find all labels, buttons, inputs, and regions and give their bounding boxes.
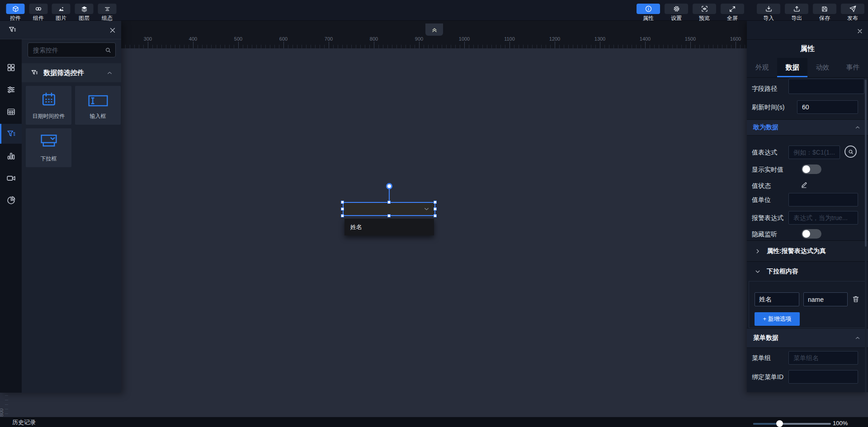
- section-data-filter-widgets[interactable]: 数据筛选控件: [22, 63, 121, 82]
- toolbar-button-components[interactable]: 组件: [27, 0, 50, 21]
- widget-card-datetime[interactable]: 日期时间控件: [26, 86, 71, 125]
- toolbar-button-properties[interactable]: 属性: [637, 0, 660, 21]
- widget-anchor-handle[interactable]: [386, 183, 392, 189]
- image-icon: [52, 4, 71, 14]
- bottom-bar: 历史记录 100%: [0, 417, 868, 427]
- toolbar-button-layers[interactable]: 图层: [72, 0, 96, 21]
- close-icon[interactable]: [108, 26, 117, 34]
- tab-data[interactable]: 数据: [777, 58, 807, 77]
- widget-card-label: 输入框: [75, 113, 121, 120]
- alarm-expression-label: 报警表达式: [752, 214, 783, 222]
- close-icon[interactable]: [856, 28, 863, 35]
- toolbar-button-save[interactable]: 保存: [813, 0, 836, 21]
- menu-group-label: 菜单组: [752, 354, 771, 362]
- show-realtime-label: 显示实时值: [752, 166, 783, 174]
- hide-listener-toggle[interactable]: [802, 229, 821, 239]
- resize-handle-ne[interactable]: [434, 201, 437, 204]
- preview-icon: [693, 4, 716, 14]
- resize-handle-e[interactable]: [434, 207, 437, 211]
- tab-events[interactable]: 事件: [838, 58, 868, 77]
- ruler-label: 400: [189, 36, 197, 42]
- rail-item-table[interactable]: [0, 102, 22, 122]
- canvas[interactable]: 3004005006007008009001000110012001300140…: [0, 21, 868, 427]
- canvas-dropdown-widget[interactable]: [344, 203, 434, 215]
- history-button[interactable]: 历史记录: [12, 418, 36, 427]
- tab-appearance[interactable]: 外观: [747, 58, 777, 77]
- tab-animation[interactable]: 动效: [807, 58, 838, 77]
- ruler-label: 1100: [504, 36, 515, 42]
- chevron-right-icon: [755, 248, 761, 254]
- refresh-time-input[interactable]: [797, 100, 858, 114]
- resize-handle-s[interactable]: [387, 214, 391, 217]
- value-unit-label: 值单位: [752, 196, 771, 204]
- layers-icon: [75, 4, 94, 14]
- toolbar-button-publish[interactable]: 发布: [841, 0, 864, 21]
- resize-handle-n[interactable]: [387, 201, 391, 204]
- vertical-ruler-label: 800: [0, 408, 4, 417]
- resize-handle-se[interactable]: [434, 214, 437, 217]
- zoom-slider-knob[interactable]: [776, 420, 783, 427]
- show-realtime-toggle[interactable]: [802, 164, 821, 174]
- refresh-time-label: 刷新时间(s): [752, 103, 784, 112]
- menu-group-input[interactable]: [788, 351, 858, 365]
- option-name-input[interactable]: [755, 292, 799, 306]
- expression-search-button[interactable]: [844, 145, 857, 158]
- toolbar-button-widgets[interactable]: 控件: [4, 0, 27, 21]
- dropdown-option-item[interactable]: 姓名: [344, 219, 434, 235]
- scrollbar-thumb[interactable]: [865, 80, 867, 247]
- search-input[interactable]: [28, 43, 115, 57]
- add-option-button[interactable]: + 新增选项: [755, 312, 800, 326]
- dropdown-icon: [40, 134, 58, 150]
- rail-item-video[interactable]: [0, 168, 22, 188]
- resize-handle-w[interactable]: [341, 207, 344, 211]
- top-toolbar: 控件 组件 图片 图层 组态 属性 设置: [0, 0, 868, 21]
- section-title: 菜单数据: [753, 334, 778, 342]
- bind-menu-id-input[interactable]: [788, 370, 858, 384]
- widget-search: [28, 42, 116, 57]
- widget-card-label: 下拉框: [26, 155, 71, 163]
- rail-item-bar-chart[interactable]: [0, 146, 22, 166]
- toolbar-button-preview[interactable]: 预览: [693, 0, 716, 21]
- collapse-canvas-toolbar-button[interactable]: [425, 23, 443, 36]
- ruler-label: 1500: [685, 36, 696, 42]
- section-menu-data[interactable]: 菜单数据: [747, 328, 868, 348]
- widget-library-drawer: 数据筛选控件 日期时间控件 输入框 下拉框: [0, 21, 121, 393]
- toolbar-button-export[interactable]: 导出: [785, 0, 808, 21]
- trash-icon[interactable]: [852, 295, 860, 303]
- alarm-expression-input[interactable]: [788, 211, 858, 225]
- rail-item-filter[interactable]: [0, 124, 22, 144]
- ruler-label: 1300: [594, 36, 605, 42]
- value-expression-input[interactable]: [788, 145, 840, 159]
- save-icon: [813, 4, 836, 14]
- field-path-input[interactable]: [788, 79, 864, 94]
- widget-card-dropdown[interactable]: 下拉框: [26, 128, 71, 167]
- toolbar-button-fullscreen[interactable]: 全屏: [721, 0, 744, 21]
- rail-item-grid[interactable]: [0, 57, 22, 77]
- resize-handle-sw[interactable]: [341, 214, 344, 217]
- widget-anchor-stem: [389, 189, 390, 202]
- section-data-source[interactable]: 敢为数据: [747, 119, 868, 136]
- widget-category-rail: [0, 39, 22, 393]
- chevron-up-icon: [106, 70, 113, 76]
- edit-icon[interactable]: [801, 181, 808, 188]
- ruler-label: 1000: [459, 36, 470, 42]
- config-icon: [98, 4, 117, 14]
- toolbar-button-configuration[interactable]: 组态: [95, 0, 119, 21]
- horizontal-ruler: 3004005006007008009001000110012001300140…: [0, 21, 868, 48]
- dropdown-options-group: + 新增选项: [749, 281, 865, 328]
- rail-item-pie-chart[interactable]: [0, 190, 22, 210]
- chevron-down-icon: [755, 268, 761, 275]
- zoom-slider[interactable]: [753, 423, 831, 425]
- option-key-input[interactable]: [803, 292, 848, 306]
- resize-handle-nw[interactable]: [341, 201, 344, 204]
- toolbar-button-images[interactable]: 图片: [49, 0, 73, 21]
- rail-item-sliders[interactable]: [0, 80, 22, 99]
- ruler-label: 1400: [640, 36, 651, 42]
- alarm-attr-group-header[interactable]: 属性:报警表达式为真: [747, 240, 868, 261]
- search-icon[interactable]: [104, 47, 112, 54]
- toolbar-button-settings[interactable]: 设置: [665, 0, 688, 21]
- dropdown-content-header[interactable]: 下拉框内容: [747, 261, 868, 281]
- widget-card-input-box[interactable]: 输入框: [75, 86, 121, 125]
- toolbar-button-import[interactable]: 导入: [757, 0, 780, 21]
- value-unit-input[interactable]: [788, 193, 858, 206]
